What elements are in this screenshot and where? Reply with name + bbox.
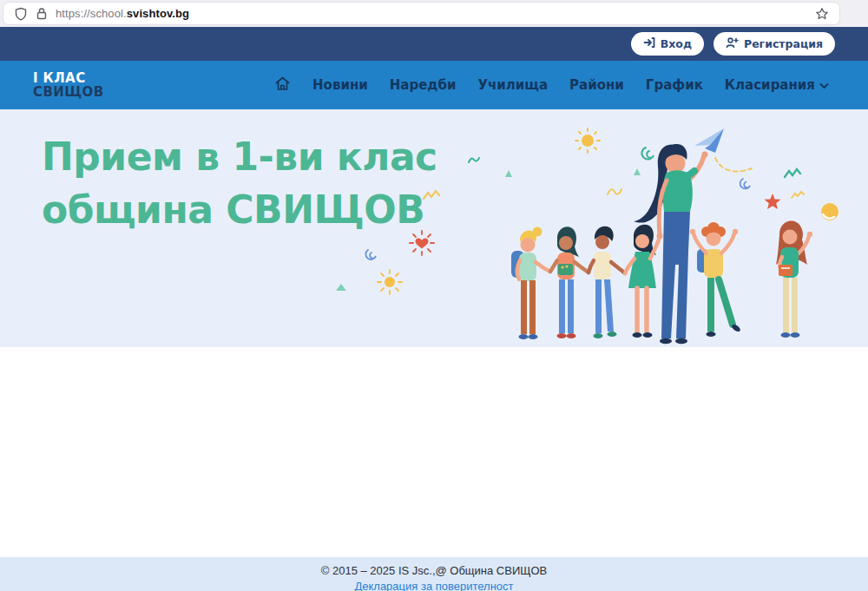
register-button[interactable]: Регистрация <box>713 32 835 56</box>
bookmark-star-icon[interactable] <box>815 7 829 21</box>
site-logo[interactable]: І КЛАС СВИЩОВ <box>33 71 103 99</box>
nav-label: Класирания <box>725 77 815 93</box>
shield-icon[interactable] <box>14 7 28 21</box>
nav-item-naredbi[interactable]: Наредби <box>390 77 457 93</box>
register-label: Регистрация <box>744 37 823 50</box>
content-area <box>0 347 868 557</box>
hero-title: Прием в 1-ви класобщина СВИЩОВ <box>42 130 437 236</box>
lock-icon[interactable] <box>36 7 48 20</box>
hero-illustration <box>496 121 865 345</box>
nav-item-klasirania-dropdown[interactable]: Класирания <box>725 77 829 93</box>
browser-toolbar: https://school.svishtov.bg <box>0 0 868 27</box>
hero-section: Прием в 1-ви класобщина СВИЩОВ <box>0 109 868 347</box>
doodle-yellow-zigzag <box>422 189 441 201</box>
doodle-heart-sun <box>408 229 436 257</box>
doodle-teal-triangle <box>335 283 347 292</box>
nav-item-rayoni[interactable]: Райони <box>569 77 624 93</box>
nav-label: Новини <box>312 77 368 93</box>
illustration-child-girl-book <box>550 227 589 338</box>
doodle-blue-spiral <box>365 246 380 261</box>
login-label: Вход <box>661 37 692 50</box>
footer: © 2015 – 2025 IS Jsc.,@ Община СВИЩОВ Де… <box>0 557 868 591</box>
nav-item-novini[interactable]: Новини <box>312 77 368 93</box>
login-arrow-icon <box>643 36 655 51</box>
account-bar: Вход Регистрация <box>0 27 868 61</box>
privacy-policy-link[interactable]: Декларация за поверителност <box>354 580 513 591</box>
illustration-child-blonde-girl <box>511 227 550 340</box>
nav-item-uchilishta[interactable]: Училища <box>477 77 548 93</box>
nav-label: График <box>646 77 703 93</box>
person-add-icon <box>726 36 739 51</box>
doodle-teal-mark <box>467 154 481 165</box>
nav-menu: Новини Наредби Училища Райони График Кла… <box>274 76 829 95</box>
doodle-yellow-sun <box>377 269 403 295</box>
nav-label: Училища <box>477 77 548 93</box>
main-navigation: І КЛАС СВИЩОВ Новини Наредби Училища Рай… <box>0 61 868 109</box>
illustration-child-girl-dress <box>625 225 659 338</box>
logo-line1: І КЛАС <box>33 71 103 85</box>
nav-item-grafik[interactable]: График <box>646 77 703 93</box>
url-text: https://school.svishtov.bg <box>56 7 189 20</box>
illustration-child-boy-tank <box>589 227 625 338</box>
address-bar[interactable]: https://school.svishtov.bg <box>3 3 839 24</box>
home-icon <box>274 76 291 95</box>
chevron-down-icon <box>819 77 829 93</box>
copyright-text: © 2015 – 2025 IS Jsc.,@ Община СВИЩОВ <box>321 564 547 577</box>
illustration-child-girl-waving <box>776 221 812 338</box>
nav-label: Наредби <box>390 77 457 93</box>
login-button[interactable]: Вход <box>631 32 704 56</box>
logo-line2: СВИЩОВ <box>33 85 103 99</box>
illustration-child-boy-cheering <box>690 222 741 337</box>
nav-label: Райони <box>569 77 624 93</box>
nav-item-home[interactable] <box>274 76 291 95</box>
